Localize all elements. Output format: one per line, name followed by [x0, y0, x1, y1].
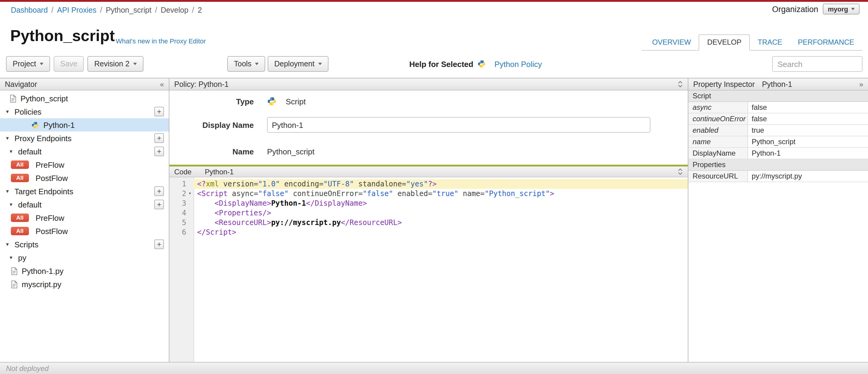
- code-editor[interactable]: 1<?xml version="1.0" encoding="UTF-8" st…: [169, 177, 688, 362]
- flow-badge: All: [11, 213, 29, 222]
- code-line[interactable]: 1<?xml version="1.0" encoding="UTF-8" st…: [169, 179, 688, 189]
- page-header: Python_script What's new in the Proxy Ed…: [0, 19, 868, 51]
- deployment-button-label: Deployment: [274, 60, 314, 68]
- tab-overview[interactable]: OVERVIEW: [644, 35, 699, 50]
- nav-item-myscript-py[interactable]: myscript.py: [0, 278, 169, 291]
- whats-new-link[interactable]: What's new in the Proxy Editor: [116, 37, 206, 45]
- breadcrumb-separator: /: [192, 6, 194, 15]
- nav-item-postflow[interactable]: AllPostFlow: [0, 171, 169, 184]
- add-button[interactable]: +: [154, 133, 164, 143]
- navigator-header: Navigator «: [0, 79, 169, 90]
- code-token: name=: [458, 190, 485, 198]
- breadcrumb-item[interactable]: API Proxies: [57, 6, 96, 15]
- display-name-input[interactable]: [267, 117, 650, 133]
- breadcrumb-item[interactable]: Dashboard: [11, 6, 48, 15]
- organization-select[interactable]: myorg: [823, 4, 860, 15]
- code-token: "yes": [406, 180, 428, 188]
- nav-item-scripts[interactable]: ▾Scripts+: [0, 238, 169, 251]
- add-button[interactable]: +: [154, 239, 164, 249]
- code-line[interactable]: 3 <DisplayName>Python-1</DisplayName>: [169, 198, 688, 208]
- caret-down-icon: ▾: [10, 148, 15, 154]
- tab-develop[interactable]: DEVELOP: [699, 34, 750, 51]
- code-text: <DisplayName>Python-1</DisplayName>: [193, 198, 688, 208]
- app-window: Dashboard/API Proxies/Python_script/Deve…: [0, 0, 868, 374]
- property-value[interactable]: Python-1: [748, 149, 868, 157]
- project-button[interactable]: Project: [6, 56, 50, 72]
- nav-item-preflow[interactable]: AllPreFlow: [0, 158, 169, 171]
- nav-item-python-script[interactable]: Python_script: [0, 92, 169, 105]
- deployment-button[interactable]: Deployment: [268, 56, 328, 72]
- add-button[interactable]: +: [154, 186, 164, 196]
- type-control: Script: [267, 96, 306, 106]
- revision-button[interactable]: Revision 2: [88, 56, 144, 72]
- nav-item-label: Target Endpoints: [14, 187, 73, 196]
- line-gutter: 3: [169, 198, 193, 208]
- nav-item-postflow[interactable]: AllPostFlow: [0, 224, 169, 238]
- python-policy-link[interactable]: Python Policy: [494, 59, 542, 68]
- nav-item-label: Python-1.py: [22, 266, 64, 276]
- save-button[interactable]: Save: [54, 56, 84, 72]
- breadcrumb-item: 2: [198, 6, 202, 15]
- nav-item-python-1-py[interactable]: Python-1.py: [0, 264, 169, 278]
- expand-right-icon[interactable]: »: [859, 81, 863, 88]
- code-policy-name: Python-1: [205, 167, 234, 176]
- code-token: <Properties/>: [215, 209, 271, 217]
- save-button-label: Save: [60, 60, 78, 68]
- line-gutter: 6: [169, 227, 193, 237]
- nav-item-default[interactable]: ▾default+: [0, 198, 169, 211]
- add-button[interactable]: +: [154, 107, 164, 116]
- navigator-title: Navigator: [5, 80, 37, 88]
- chevron-down-icon: [851, 8, 855, 10]
- code-line[interactable]: 6</Script>: [169, 227, 688, 237]
- nav-item-target-endpoints[interactable]: ▾Target Endpoints+: [0, 184, 169, 198]
- type-value: Script: [286, 97, 306, 106]
- display-name-label: Display Name: [169, 120, 254, 130]
- tools-button[interactable]: Tools: [227, 56, 265, 72]
- nav-item-python-1[interactable]: Python-1: [0, 118, 169, 132]
- expand-collapse-icon[interactable]: [678, 81, 683, 87]
- property-value[interactable]: Python_script: [748, 138, 868, 146]
- code-token: "false": [363, 190, 393, 198]
- search-input[interactable]: [772, 56, 863, 72]
- code-token: >: [550, 190, 554, 198]
- line-gutter: 2▾: [169, 189, 193, 198]
- nav-item-proxy-endpoints[interactable]: ▾Proxy Endpoints+: [0, 132, 169, 145]
- document-icon: [11, 267, 18, 275]
- code-token: <Script: [197, 190, 227, 198]
- code-token: </DisplayName>: [306, 199, 367, 207]
- revision-button-label: Revision 2: [94, 60, 130, 68]
- tab-trace[interactable]: TRACE: [750, 35, 790, 50]
- code-token: "Python_script": [485, 190, 550, 198]
- nav-item-preflow[interactable]: AllPreFlow: [0, 211, 169, 224]
- name-row: Name Python_script: [169, 147, 688, 156]
- nav-item-default[interactable]: ▾default+: [0, 145, 169, 158]
- nav-item-py[interactable]: ▾py: [0, 251, 169, 264]
- flow-badge: All: [11, 161, 29, 169]
- inspector-property-row: asyncfalse: [688, 102, 868, 113]
- add-button[interactable]: +: [154, 200, 164, 209]
- code-line[interactable]: 5 <ResourceURL>py://myscript.py</Resourc…: [169, 218, 688, 227]
- expand-collapse-icon[interactable]: [678, 168, 683, 175]
- tab-performance[interactable]: PERFORMANCE: [790, 35, 862, 50]
- line-gutter: 1: [169, 179, 193, 189]
- collapse-left-icon[interactable]: «: [160, 81, 164, 88]
- line-number: 4: [182, 208, 186, 218]
- display-name-row: Display Name: [169, 117, 688, 133]
- caret-down-icon: ▾: [6, 109, 11, 115]
- name-label: Name: [169, 147, 254, 156]
- property-value[interactable]: py://myscript.py: [748, 172, 868, 180]
- flow-badge: All: [11, 227, 29, 235]
- property-value[interactable]: true: [748, 126, 868, 135]
- nav-item-policies[interactable]: ▾Policies+: [0, 105, 169, 118]
- code-line[interactable]: 2▾<Script async="false" continueOnError=…: [169, 189, 688, 198]
- code-token: version=: [219, 180, 258, 188]
- code-token: encoding=: [280, 180, 324, 188]
- add-button[interactable]: +: [154, 147, 164, 156]
- code-token: [197, 219, 215, 227]
- nav-item-label: Policies: [14, 107, 41, 116]
- property-value[interactable]: false: [748, 103, 868, 112]
- property-value[interactable]: false: [748, 115, 868, 123]
- fold-icon[interactable]: ▾: [186, 189, 193, 198]
- code-line[interactable]: 4 <Properties/>: [169, 208, 688, 218]
- main-area: Navigator « Python_script▾Policies+Pytho…: [0, 78, 868, 362]
